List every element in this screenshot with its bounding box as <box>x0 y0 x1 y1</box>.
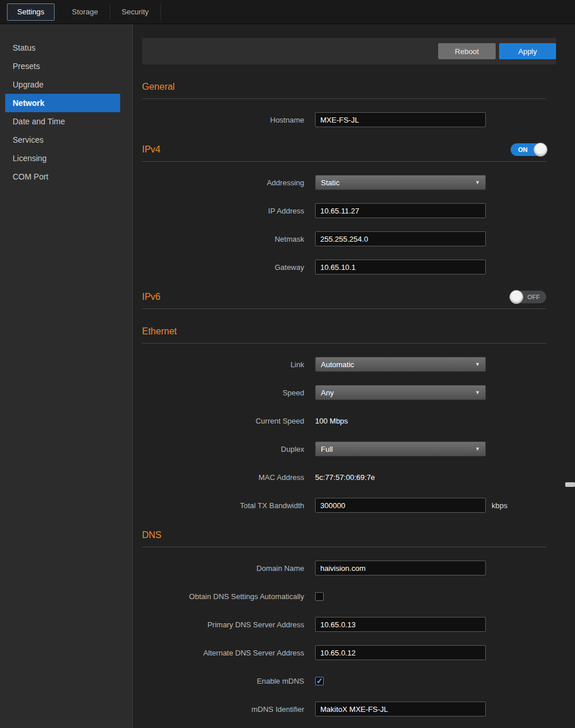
alternate-dns-row: Alternate DNS Server Address <box>142 645 556 660</box>
reboot-button[interactable]: Reboot <box>438 43 496 59</box>
alternate-dns-label: Alternate DNS Server Address <box>142 649 315 657</box>
mac-address-row: MAC Address 5c:77:57:00:69:7e <box>142 470 556 485</box>
link-selected-value: Automatic <box>321 360 354 369</box>
section-ethernet: Ethernet <box>142 325 546 338</box>
link-select[interactable]: Automatic ▼ <box>315 357 486 372</box>
current-speed-value: 100 Mbps <box>315 417 348 425</box>
mdns-identifier-row: mDNS Identifier <box>142 702 556 716</box>
duplex-row: Duplex Full ▼ <box>142 441 556 456</box>
ip-address-label: IP Address <box>142 207 315 215</box>
tab-storage[interactable]: Storage <box>60 3 110 21</box>
mdns-identifier-input[interactable] <box>315 702 486 716</box>
hostname-label: Hostname <box>142 116 315 124</box>
sidebar-item-licensing[interactable]: Licensing <box>5 149 120 167</box>
chevron-down-icon: ▼ <box>475 390 480 395</box>
section-general: General <box>142 81 546 93</box>
primary-dns-row: Primary DNS Server Address <box>142 617 556 632</box>
tab-settings[interactable]: Settings <box>7 3 55 21</box>
ipv4-toggle-label: ON <box>518 146 528 153</box>
obtain-dns-label: Obtain DNS Settings Automatically <box>142 592 315 601</box>
gateway-label: Gateway <box>142 263 315 272</box>
section-title-dns: DNS <box>142 529 162 542</box>
mac-address-label: MAC Address <box>142 473 315 482</box>
section-title-general: General <box>142 81 175 93</box>
domain-name-label: Domain Name <box>142 564 315 573</box>
link-label: Link <box>142 360 315 369</box>
sidebar-item-network[interactable]: Network <box>5 94 120 112</box>
speed-select[interactable]: Any ▼ <box>315 385 486 400</box>
hostname-input[interactable] <box>315 112 486 127</box>
scrollbar-thumb[interactable] <box>565 482 575 487</box>
section-divider <box>142 161 546 162</box>
duplex-label: Duplex <box>142 445 315 453</box>
total-tx-bandwidth-unit: kbps <box>492 501 507 510</box>
sidebar-item-presets[interactable]: Presets <box>5 57 120 75</box>
obtain-dns-row: Obtain DNS Settings Automatically <box>142 589 556 604</box>
section-divider <box>142 308 546 309</box>
speed-label: Speed <box>142 388 315 397</box>
alternate-dns-input[interactable] <box>315 645 486 660</box>
toggle-knob <box>534 143 547 157</box>
domain-name-row: Domain Name <box>142 561 556 575</box>
domain-name-input[interactable] <box>315 561 486 575</box>
chevron-down-icon: ▼ <box>475 361 480 367</box>
section-ipv6: IPv6 OFF <box>142 291 546 303</box>
section-title-ipv6: IPv6 <box>142 291 160 303</box>
addressing-selected-value: Static <box>321 178 340 187</box>
chevron-down-icon: ▼ <box>475 446 480 452</box>
enable-mdns-row: Enable mDNS <box>142 673 556 688</box>
top-tab-bar: Settings Storage Security <box>0 0 575 24</box>
mac-address-value: 5c:77:57:00:69:7e <box>315 473 375 482</box>
gateway-row: Gateway <box>142 260 556 275</box>
speed-selected-value: Any <box>321 388 334 397</box>
section-divider <box>142 547 546 547</box>
sidebar-item-com-port[interactable]: COM Port <box>5 167 120 186</box>
duplex-select[interactable]: Full ▼ <box>315 441 486 456</box>
network-settings-page: Reboot Apply General Hostname IPv4 ON Ad… <box>133 24 575 728</box>
section-title-ethernet: Ethernet <box>142 325 177 338</box>
total-tx-bandwidth-input[interactable] <box>315 498 486 513</box>
netmask-input[interactable] <box>315 231 486 246</box>
primary-dns-label: Primary DNS Server Address <box>142 620 315 629</box>
enable-mdns-label: Enable mDNS <box>142 677 315 685</box>
apply-button[interactable]: Apply <box>499 43 556 59</box>
total-tx-bandwidth-row: Total TX Bandwidth kbps <box>142 498 556 513</box>
total-tx-bandwidth-label: Total TX Bandwidth <box>142 501 315 510</box>
enable-mdns-checkbox[interactable] <box>315 677 324 685</box>
hostname-row: Hostname <box>142 112 556 127</box>
sidebar-item-services[interactable]: Services <box>5 131 120 149</box>
primary-dns-input[interactable] <box>315 617 486 632</box>
link-row: Link Automatic ▼ <box>142 357 556 372</box>
speed-row: Speed Any ▼ <box>142 385 556 400</box>
addressing-label: Addressing <box>142 178 315 187</box>
netmask-row: Netmask <box>142 231 556 246</box>
sidebar-item-upgrade[interactable]: Upgrade <box>5 75 120 94</box>
section-title-ipv4: IPv4 <box>142 143 160 156</box>
ipv6-toggle[interactable]: OFF <box>511 291 546 303</box>
section-ipv4: IPv4 ON <box>142 143 546 156</box>
section-dns: DNS <box>142 529 546 542</box>
section-divider <box>142 98 546 99</box>
chevron-down-icon: ▼ <box>475 180 480 185</box>
ipv4-toggle[interactable]: ON <box>511 143 546 156</box>
obtain-dns-checkbox[interactable] <box>315 592 324 601</box>
mdns-identifier-label: mDNS Identifier <box>142 705 315 714</box>
current-speed-label: Current Speed <box>142 417 315 425</box>
toggle-knob <box>509 290 523 304</box>
toolbar: Reboot Apply <box>142 38 556 64</box>
ip-address-row: IP Address <box>142 203 556 218</box>
addressing-row: Addressing Static ▼ <box>142 175 556 190</box>
netmask-label: Netmask <box>142 235 315 243</box>
gateway-input[interactable] <box>315 260 486 275</box>
sidebar-item-status[interactable]: Status <box>5 39 120 57</box>
ip-address-input[interactable] <box>315 203 486 218</box>
addressing-select[interactable]: Static ▼ <box>315 175 486 190</box>
ipv6-toggle-label: OFF <box>527 294 540 300</box>
sidebar: Status Presets Upgrade Network Date and … <box>0 24 133 728</box>
sidebar-item-date-and-time[interactable]: Date and Time <box>5 112 120 131</box>
duplex-selected-value: Full <box>321 445 333 453</box>
tab-security[interactable]: Security <box>110 3 161 21</box>
current-speed-row: Current Speed 100 Mbps <box>142 413 556 428</box>
section-divider <box>142 343 546 344</box>
